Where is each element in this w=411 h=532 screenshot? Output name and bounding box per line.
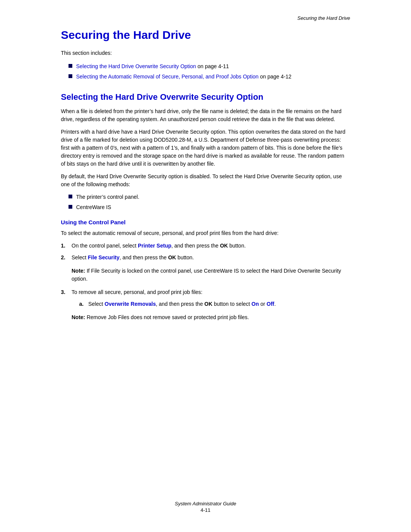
step-3: 3. To remove all secure, personal, and p… — [61, 288, 350, 296]
step3-list: 3. To remove all secure, personal, and p… — [61, 288, 350, 296]
page-title: Securing the Hard Drive — [61, 29, 350, 42]
steps-list: 1. On the control panel, select Printer … — [61, 242, 350, 262]
step-1-num: 1. — [61, 242, 72, 250]
sub-step-a-end: . — [274, 301, 276, 307]
sub-steps-list: a. Select Overwrite Removals, and then p… — [79, 300, 350, 308]
sub-step-a-link3[interactable]: Off — [267, 301, 274, 307]
step-1-end: button. — [228, 243, 246, 249]
bullet-icon-3 — [68, 195, 72, 198]
page-footer: System Administrator Guide 4-11 — [0, 501, 411, 513]
section1-para1: When a file is deleted from the printer’… — [61, 107, 350, 123]
step-2-prefix: Select — [72, 254, 88, 260]
step-2-bold-end: OK — [168, 254, 176, 260]
toc-item-2-suffix: on page 4-12 — [258, 73, 291, 80]
step-2: 2. Select File Security, and then press … — [61, 254, 350, 262]
note-1-text: If File Security is locked on the contro… — [72, 268, 341, 282]
note-2: Note: Remove Job Files does not remove s… — [72, 313, 350, 321]
header-title: Securing the Hard Drive — [297, 15, 350, 21]
toc-list: Selecting the Hard Drive Overwrite Secur… — [68, 62, 350, 81]
step-2-num: 2. — [61, 254, 72, 262]
toc-item-1: Selecting the Hard Drive Overwrite Secur… — [68, 62, 350, 70]
footer-guide: System Administrator Guide — [0, 501, 411, 506]
step-1-prefix: On the control panel, select — [72, 243, 138, 249]
step-1-bold-end: OK — [220, 243, 228, 249]
toc-item-2: Selecting the Automatic Removal of Secur… — [68, 73, 350, 81]
subsection1-intro: To select the automatic removal of secur… — [61, 229, 350, 237]
step-3-text: To remove all secure, personal, and proo… — [72, 288, 202, 296]
step-1-text: On the control panel, select Printer Set… — [72, 242, 246, 250]
toc-item-2-text: Selecting the Automatic Removal of Secur… — [76, 73, 292, 81]
bullet-icon-2 — [68, 74, 72, 78]
sub-step-a-prefix: Select — [88, 301, 105, 307]
note-1-label: Note: — [72, 268, 85, 274]
method-item-2: CentreWare IS — [68, 203, 350, 211]
footer-page: 4-11 — [0, 507, 411, 513]
intro-text: This section includes: — [61, 49, 350, 57]
step-1-suffix: , and then press the — [171, 243, 220, 249]
page-header: Securing the Hard Drive — [61, 15, 350, 21]
step-2-text: Select File Security, and then press the… — [72, 254, 194, 262]
sub-step-a-link1[interactable]: Overwrite Removals — [105, 301, 156, 307]
method-1-text: The printer’s control panel. — [76, 193, 139, 201]
step-3-num: 3. — [61, 288, 72, 296]
bullet-icon-1 — [68, 64, 72, 68]
section1-heading: Selecting the Hard Drive Overwrite Secur… — [61, 92, 350, 102]
step-2-end: button. — [176, 254, 194, 260]
bullet-icon-4 — [68, 205, 72, 209]
page: Securing the Hard Drive Securing the Har… — [0, 0, 411, 532]
toc-link-1[interactable]: Selecting the Hard Drive Overwrite Secur… — [76, 63, 196, 69]
toc-link-2[interactable]: Selecting the Automatic Removal of Secur… — [76, 73, 258, 80]
sub-step-a-bold-mid: OK — [204, 301, 212, 307]
sub-step-a-label: a. — [79, 300, 88, 308]
note-2-text: Remove Job Files does not remove saved o… — [85, 314, 249, 320]
step-2-link[interactable]: File Security — [88, 254, 119, 260]
toc-item-1-text: Selecting the Hard Drive Overwrite Secur… — [76, 62, 229, 70]
sub-step-a-text: Select Overwrite Removals, and then pres… — [88, 300, 276, 308]
section1-para2: Printers with a hard drive have a Hard D… — [61, 128, 350, 168]
sub-step-a-sep: or — [259, 301, 266, 307]
method-item-1: The printer’s control panel. — [68, 193, 350, 201]
step-1: 1. On the control panel, select Printer … — [61, 242, 350, 250]
methods-list: The printer’s control panel. CentreWare … — [68, 193, 350, 211]
sub-step-a-suffix: button to select — [212, 301, 252, 307]
sub-step-a: a. Select Overwrite Removals, and then p… — [79, 300, 350, 308]
step-1-link[interactable]: Printer Setup — [138, 243, 171, 249]
step-2-suffix: , and then press the — [119, 254, 168, 260]
sub-step-a-link2[interactable]: On — [252, 301, 259, 307]
toc-item-1-suffix: on page 4-11 — [196, 63, 229, 69]
section1-para3: By default, the Hard Drive Overwrite Sec… — [61, 173, 350, 189]
subsection1-heading: Using the Control Panel — [61, 219, 350, 225]
sub-step-a-middle: , and then press the — [156, 301, 204, 307]
method-2-text: CentreWare IS — [76, 203, 111, 211]
note-2-label: Note: — [72, 314, 85, 320]
note-1: Note: If File Security is locked on the … — [72, 267, 350, 283]
